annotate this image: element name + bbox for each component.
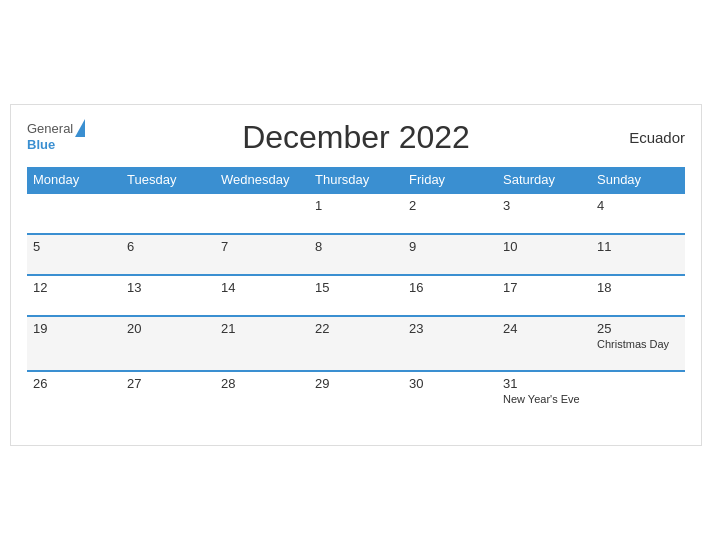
holiday-label: New Year's Eve — [503, 393, 585, 405]
table-row — [215, 193, 309, 234]
logo-text: General Blue — [27, 121, 73, 152]
country-label: Ecuador — [629, 129, 685, 146]
logo-general: General — [27, 121, 73, 137]
day-number: 2 — [409, 198, 491, 213]
day-number: 16 — [409, 280, 491, 295]
table-row: 28 — [215, 371, 309, 425]
table-row: 6 — [121, 234, 215, 275]
day-number: 25 — [597, 321, 679, 336]
table-row: 4 — [591, 193, 685, 234]
table-row: 25Christmas Day — [591, 316, 685, 371]
table-row: 7 — [215, 234, 309, 275]
day-number: 26 — [33, 376, 115, 391]
header-saturday: Saturday — [497, 167, 591, 193]
calendar-container: General Blue December 2022 Ecuador Monda… — [10, 104, 702, 445]
header-monday: Monday — [27, 167, 121, 193]
header-sunday: Sunday — [591, 167, 685, 193]
day-number: 24 — [503, 321, 585, 336]
table-row: 30 — [403, 371, 497, 425]
table-row: 31New Year's Eve — [497, 371, 591, 425]
logo-blue: Blue — [27, 137, 73, 153]
calendar-week-row: 19202122232425Christmas Day — [27, 316, 685, 371]
day-number: 29 — [315, 376, 397, 391]
table-row: 18 — [591, 275, 685, 316]
day-number: 10 — [503, 239, 585, 254]
table-row: 5 — [27, 234, 121, 275]
table-row: 12 — [27, 275, 121, 316]
table-row: 22 — [309, 316, 403, 371]
table-row: 10 — [497, 234, 591, 275]
month-title: December 2022 — [242, 119, 470, 156]
calendar-week-row: 12131415161718 — [27, 275, 685, 316]
table-row: 15 — [309, 275, 403, 316]
day-number: 15 — [315, 280, 397, 295]
day-number: 5 — [33, 239, 115, 254]
calendar-header: General Blue December 2022 Ecuador — [27, 121, 685, 152]
day-number: 6 — [127, 239, 209, 254]
table-row — [27, 193, 121, 234]
calendar-week-row: 1234 — [27, 193, 685, 234]
table-row: 13 — [121, 275, 215, 316]
table-row: 1 — [309, 193, 403, 234]
day-number: 14 — [221, 280, 303, 295]
day-number: 17 — [503, 280, 585, 295]
day-number: 3 — [503, 198, 585, 213]
day-number: 23 — [409, 321, 491, 336]
calendar-week-row: 567891011 — [27, 234, 685, 275]
day-number: 20 — [127, 321, 209, 336]
day-number: 21 — [221, 321, 303, 336]
table-row: 17 — [497, 275, 591, 316]
day-number: 19 — [33, 321, 115, 336]
logo: General Blue — [27, 121, 85, 152]
table-row: 20 — [121, 316, 215, 371]
header-tuesday: Tuesday — [121, 167, 215, 193]
table-row: 14 — [215, 275, 309, 316]
table-row: 21 — [215, 316, 309, 371]
day-number: 1 — [315, 198, 397, 213]
day-number: 12 — [33, 280, 115, 295]
day-number: 31 — [503, 376, 585, 391]
weekday-header-row: Monday Tuesday Wednesday Thursday Friday… — [27, 167, 685, 193]
day-number: 9 — [409, 239, 491, 254]
calendar-week-row: 262728293031New Year's Eve — [27, 371, 685, 425]
table-row: 29 — [309, 371, 403, 425]
header-friday: Friday — [403, 167, 497, 193]
table-row — [591, 371, 685, 425]
day-number: 18 — [597, 280, 679, 295]
day-number: 22 — [315, 321, 397, 336]
table-row: 24 — [497, 316, 591, 371]
day-number: 7 — [221, 239, 303, 254]
header-thursday: Thursday — [309, 167, 403, 193]
logo-triangle-icon — [75, 119, 85, 137]
table-row: 26 — [27, 371, 121, 425]
table-row: 2 — [403, 193, 497, 234]
day-number: 8 — [315, 239, 397, 254]
day-number: 4 — [597, 198, 679, 213]
holiday-label: Christmas Day — [597, 338, 679, 350]
table-row: 27 — [121, 371, 215, 425]
table-row: 19 — [27, 316, 121, 371]
table-row: 16 — [403, 275, 497, 316]
calendar-table: Monday Tuesday Wednesday Thursday Friday… — [27, 167, 685, 425]
day-number: 11 — [597, 239, 679, 254]
day-number: 13 — [127, 280, 209, 295]
day-number: 27 — [127, 376, 209, 391]
table-row — [121, 193, 215, 234]
day-number: 28 — [221, 376, 303, 391]
day-number: 30 — [409, 376, 491, 391]
table-row: 9 — [403, 234, 497, 275]
table-row: 3 — [497, 193, 591, 234]
header-wednesday: Wednesday — [215, 167, 309, 193]
table-row: 11 — [591, 234, 685, 275]
table-row: 23 — [403, 316, 497, 371]
table-row: 8 — [309, 234, 403, 275]
